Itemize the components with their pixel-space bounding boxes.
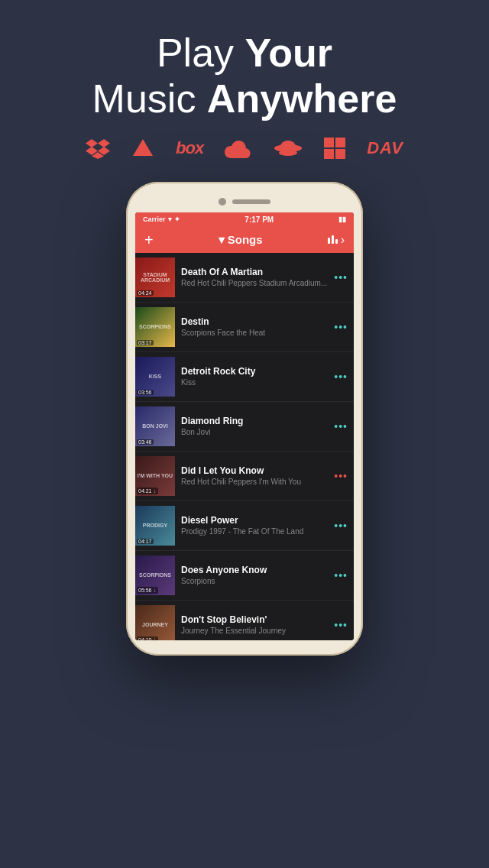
song-title: Diamond Ring (181, 416, 328, 426)
song-art: SCORPIONS03:17 (135, 307, 175, 347)
song-info: Diamond RingBon Jovi (181, 416, 328, 436)
song-menu-button[interactable]: ••• (334, 321, 348, 333)
hero-line1-light: Play (157, 31, 245, 75)
status-bar: Carrier ▾ ✦ 7:17 PM ▮▮ (135, 212, 354, 227)
song-title: Does Anyone Know (181, 565, 328, 575)
svg-rect-6 (324, 149, 334, 159)
song-title: Detroit Rock City (181, 366, 328, 377)
song-menu-button[interactable]: ••• (334, 371, 348, 383)
song-duration: 05:56↓ (137, 587, 158, 594)
song-info: Death Of A MartianRed Hot Chili Peppers … (181, 267, 328, 287)
carrier-text: Carrier (143, 215, 166, 223)
phone-top-bar (135, 191, 354, 212)
nav-bar: + ▾ Songs › (135, 227, 354, 253)
equalizer-icon (328, 235, 338, 244)
hero-section: Play Your Music Anywhere (0, 0, 489, 138)
svg-rect-4 (324, 138, 334, 147)
dav-icon[interactable]: DAV (367, 138, 403, 158)
dropbox-icon[interactable] (86, 138, 110, 159)
song-subtitle: Kiss (181, 378, 328, 387)
song-item[interactable]: STADIUM ARCADIUM04:24Death Of A MartianR… (135, 253, 354, 303)
hero-line2-bold: Anywhere (207, 76, 397, 121)
svg-rect-7 (335, 149, 345, 159)
song-art: STADIUM ARCADIUM04:24 (135, 257, 175, 297)
add-button[interactable]: + (144, 232, 154, 248)
signal-icon: ✦ (174, 215, 180, 223)
status-right: ▮▮ (338, 215, 346, 223)
nav-arrow-icon[interactable]: › (341, 233, 345, 247)
hero-line1-bold: Your (245, 31, 333, 75)
song-menu-button[interactable]: ••• (334, 520, 348, 532)
song-menu-button[interactable]: ••• (334, 470, 348, 482)
song-duration: 04:10↓ (137, 636, 158, 640)
status-left: Carrier ▾ ✦ (143, 215, 180, 223)
song-menu-button[interactable]: ••• (334, 619, 348, 631)
song-info: DestinScorpions Face the Heat (181, 316, 328, 337)
nav-chevron: ▾ (219, 233, 225, 247)
song-duration: 03:46 (137, 439, 154, 445)
song-art: JOURNEY04:10↓ (135, 605, 175, 640)
song-title: Did I Let You Know (181, 465, 328, 476)
gdrive-icon[interactable] (131, 138, 154, 159)
song-title: Diesel Power (181, 515, 328, 526)
download-arrow-icon: ↓ (154, 487, 157, 494)
song-menu-button[interactable]: ••• (334, 271, 348, 283)
phone-speaker (232, 199, 270, 204)
song-item[interactable]: SCORPIONS03:17DestinScorpions Face the H… (135, 303, 354, 352)
song-duration: 03:17 (137, 340, 154, 345)
song-subtitle: Red Hot Chili Peppers I'm With You (181, 478, 328, 486)
phone-wrapper: Carrier ▾ ✦ 7:17 PM ▮▮ + ▾ Songs (0, 182, 489, 656)
phone-camera (219, 198, 226, 206)
box-icon[interactable]: box (176, 138, 203, 158)
song-art-bg: JOURNEY (135, 605, 175, 640)
song-item[interactable]: PRODIGY04:17Diesel PowerProdigy 1997 - T… (135, 501, 354, 551)
nav-right: › (328, 233, 345, 247)
song-subtitle: Prodigy 1997 - The Fat Of The Land (181, 527, 328, 536)
song-duration: 03:56 (137, 390, 154, 395)
song-art: I'M WITH YOU04:21↓ (135, 456, 175, 496)
cloud-icon[interactable] (225, 138, 252, 158)
wifi-icon: ▾ (168, 215, 172, 223)
song-duration: 04:24 (137, 290, 154, 296)
song-item[interactable]: JOURNEY04:10↓Don't Stop Believin'Journey… (135, 601, 354, 640)
song-info: Diesel PowerProdigy 1997 - The Fat Of Th… (181, 515, 328, 536)
song-item[interactable]: I'M WITH YOU04:21↓Did I Let You KnowRed … (135, 452, 354, 501)
song-item[interactable]: BON JOVI03:46Diamond RingBon Jovi••• (135, 402, 354, 452)
song-subtitle: Red Hot Chili Peppers Stadium Arcadium..… (181, 279, 328, 287)
song-menu-button[interactable]: ••• (334, 569, 348, 581)
song-item[interactable]: SCORPIONS05:56↓Does Anyone KnowScorpions… (135, 551, 354, 601)
song-art: BON JOVI03:46 (135, 406, 175, 446)
song-info: Don't Stop Believin'Journey The Essentia… (181, 614, 328, 635)
hero-line2-light: Music (92, 76, 207, 121)
download-arrow-icon: ↓ (154, 636, 157, 640)
svg-marker-0 (133, 139, 153, 156)
song-art: KISS03:56 (135, 357, 175, 397)
song-subtitle: Scorpions Face the Heat (181, 329, 328, 337)
ufo-icon[interactable] (274, 139, 303, 157)
song-title: Don't Stop Believin' (181, 614, 328, 625)
song-info: Does Anyone KnowScorpions (181, 565, 328, 585)
phone-screen: Carrier ▾ ✦ 7:17 PM ▮▮ + ▾ Songs (135, 212, 354, 640)
status-time: 7:17 PM (244, 215, 274, 224)
nav-title[interactable]: ▾ Songs (219, 233, 263, 247)
download-arrow-icon: ↓ (154, 587, 157, 594)
song-duration: 04:17 (137, 539, 154, 544)
phone-frame: Carrier ▾ ✦ 7:17 PM ▮▮ + ▾ Songs (126, 182, 363, 656)
service-icons-row: box DAV (0, 138, 489, 159)
song-item[interactable]: KISS03:56Detroit Rock CityKiss••• (135, 352, 354, 402)
song-title: Destin (181, 316, 328, 327)
song-duration: 04:21↓ (137, 487, 158, 494)
battery-icon: ▮▮ (338, 215, 346, 223)
song-title: Death Of A Martian (181, 267, 328, 277)
song-info: Did I Let You KnowRed Hot Chili Peppers … (181, 465, 328, 486)
onedrive-icon[interactable] (324, 138, 345, 159)
song-list: STADIUM ARCADIUM04:24Death Of A MartianR… (135, 253, 354, 640)
svg-point-3 (279, 150, 297, 156)
song-art: PRODIGY04:17 (135, 506, 175, 546)
song-subtitle: Scorpions (181, 577, 328, 585)
nav-title-text: Songs (228, 233, 263, 246)
song-subtitle: Journey The Essential Journey (181, 627, 328, 635)
song-art: SCORPIONS05:56↓ (135, 555, 175, 595)
song-info: Detroit Rock CityKiss (181, 366, 328, 387)
song-menu-button[interactable]: ••• (334, 420, 348, 432)
